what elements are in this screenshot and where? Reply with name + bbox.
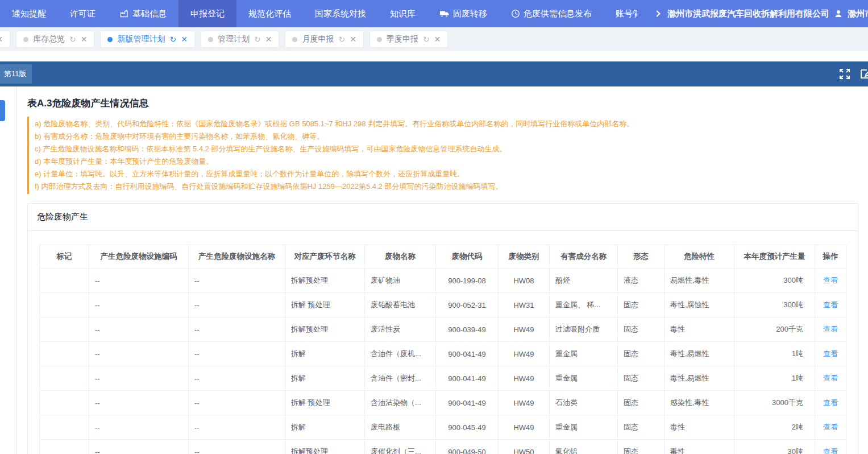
truck-icon (439, 10, 450, 18)
table-cell: 拆解 (285, 415, 365, 440)
action-cell: 查看 (815, 391, 846, 415)
table-row: ----拆解预处理废活性炭900-039-49HW49过滤吸附介质固态毒性200… (40, 317, 846, 342)
view-link[interactable]: 查看 (823, 325, 838, 333)
action-cell: 查看 (815, 293, 846, 317)
close-icon[interactable]: ✕ (0, 35, 3, 43)
tab-label: 新版管理计划 (117, 34, 165, 44)
action-cell: 查看 (815, 415, 846, 440)
user-icon (834, 9, 843, 18)
table-header-row: 标记 产生危险废物设施编码 产生危险废物设施名称 对应产废环节名称 废物名称 废… (40, 245, 846, 269)
hazwaste-generation-card: 危险废物产生 标记 产生危险废物设施编码 产生危险废物设施名称 对应产废环节名称… (27, 203, 858, 454)
nav-item-license[interactable]: 许可证 (58, 0, 107, 27)
view-link[interactable]: 查看 (823, 276, 838, 284)
view-link[interactable]: 查看 (823, 398, 838, 407)
table-cell (40, 317, 89, 342)
table-cell: -- (89, 415, 189, 440)
edit-icon[interactable] (860, 68, 868, 80)
gauge-icon (511, 9, 520, 18)
table-cell: 毒性 (665, 317, 734, 342)
table-cell (40, 366, 89, 391)
table-row: ----拆解 预处理含油沾染物（...900-041-49HW49石油类固态感染… (40, 391, 846, 415)
table-cell: 废电路板 (365, 415, 436, 440)
tab-management-plan[interactable]: 管理计划 ↻ ✕ (201, 31, 279, 48)
table-cell: HW49 (499, 391, 550, 415)
table-cell: 感染性,毒性 (665, 391, 734, 415)
col-header-facility-name: 产生危险废物设施名称 (189, 245, 285, 269)
view-link[interactable]: 查看 (823, 423, 838, 431)
top-nav: 通知提醒 许可证 基础信息 申报登记 规范化评估 国家系统对接 知识库 固废转移… (0, 0, 868, 27)
tab-inventory-overview[interactable]: 库存总览 ↻ ✕ (16, 31, 94, 48)
table-cell: -- (89, 391, 189, 415)
tab-new-management-plan[interactable]: 新版管理计划 ↻ ✕ (100, 31, 194, 48)
nav-item-basic-info[interactable]: 基础信息 (107, 0, 178, 27)
refresh-icon[interactable]: ↻ (69, 35, 76, 43)
nav-label: 申报登记 (190, 9, 225, 19)
nav-label: 国家系统对接 (315, 9, 366, 19)
nav-item-declaration[interactable]: 申报登记 (178, 0, 236, 27)
drawer-handle[interactable] (0, 100, 5, 121)
action-cell: 查看 (815, 440, 846, 454)
table-cell: 毒性,腐蚀性 (665, 293, 734, 317)
table-cell: HW08 (499, 269, 550, 293)
table-row: ----拆解预处理废催化剂（三...900-049-50HW50氧化铝固态毒性3… (40, 440, 846, 454)
nav-item-notifications[interactable]: 通知提醒 (0, 0, 58, 27)
nav-label: 许可证 (70, 9, 95, 19)
table-cell: 液态 (618, 269, 665, 293)
table-cell: 900-041-49 (436, 342, 499, 366)
table-cell: 废矿物油 (365, 269, 436, 293)
col-header-process-stage: 对应产废环节名称 (285, 245, 365, 269)
refresh-icon[interactable]: ↻ (423, 35, 430, 43)
action-cell: 查看 (815, 269, 846, 293)
waste-table-body: ----拆解预处理废矿物油900-199-08HW08酚烃液态易燃性,毒性300… (40, 269, 846, 454)
note-line: e) 计量单位：填写吨。以升、立方米等体积计量的，应折算成重量吨；以个数作为计量… (35, 168, 858, 180)
tab-status-dot (107, 37, 113, 42)
username[interactable]: 滁州市洪... (848, 9, 868, 19)
nav-label: 知识库 (390, 9, 416, 19)
view-link[interactable]: 查看 (823, 374, 838, 382)
table-cell: HW49 (499, 366, 550, 391)
close-icon[interactable]: ✕ (181, 35, 188, 43)
nav-item-solid-waste-transfer[interactable]: 固废转移 (427, 0, 499, 27)
table-cell: 废活性炭 (365, 317, 436, 342)
chevron-right-icon[interactable] (654, 10, 660, 16)
refresh-icon[interactable]: ↻ (254, 35, 261, 43)
main-panel: 表A.3危险废物产生情况信息 a) 危险废物名称、类别、代码和危险特性：依据《国… (27, 86, 858, 454)
tab-quarterly-declaration[interactable]: 季度申报 ↻ ✕ (369, 31, 448, 48)
table-cell: -- (189, 440, 285, 454)
view-link[interactable]: 查看 (823, 447, 838, 454)
table-cell: 300吨 (734, 269, 815, 293)
table-cell: 重金属 (550, 415, 618, 440)
nav-item-knowledge-base[interactable]: 知识库 (378, 0, 427, 27)
close-icon[interactable]: ✕ (265, 35, 272, 43)
fullscreen-icon[interactable] (838, 68, 851, 80)
close-icon[interactable]: ✕ (350, 35, 356, 43)
tab-label: 月度申报 (302, 34, 334, 44)
view-link[interactable]: 查看 (823, 349, 838, 358)
view-link[interactable]: 查看 (823, 300, 838, 309)
table-cell: 毒性,易燃性 (665, 342, 734, 366)
nav-item-standard-assessment[interactable]: 规范化评估 (236, 0, 303, 27)
table-cell: 毒性,易燃性 (665, 366, 734, 391)
table-cell: -- (189, 366, 285, 391)
tab-monthly-declaration[interactable]: 月度申报 ↻ ✕ (285, 31, 363, 48)
note-line: b) 有害成分名称：危险废物中对环境有害的主要污染物名称，如苯系物、氰化物、砷等… (35, 130, 858, 143)
version-badge[interactable]: 第11版 (0, 64, 32, 84)
refresh-icon[interactable]: ↻ (169, 35, 176, 43)
close-icon[interactable]: ✕ (434, 35, 441, 43)
table-cell (40, 391, 89, 415)
nav-item-hazwaste-supply-demand[interactable]: 危废供需信息发布 (499, 0, 604, 27)
table-cell: -- (189, 317, 285, 342)
table-cell: 含油沾染物（... (365, 391, 436, 415)
table-cell: 重金属、 稀... (550, 293, 618, 317)
refresh-icon[interactable]: ↻ (338, 35, 345, 43)
table-cell: 过滤吸附介质 (550, 317, 618, 342)
table-cell: -- (189, 342, 285, 366)
tab-partial[interactable]: ✕ (0, 31, 10, 48)
table-cell: 拆解 预处理 (285, 293, 365, 317)
nav-item-national-system[interactable]: 国家系统对接 (303, 0, 378, 27)
table-cell: -- (189, 391, 285, 415)
close-icon[interactable]: ✕ (81, 35, 88, 43)
nav-label: 固废转移 (453, 9, 487, 19)
table-cell: 毒性 (665, 440, 734, 454)
nav-item-account[interactable]: 账号管理 (604, 0, 649, 27)
